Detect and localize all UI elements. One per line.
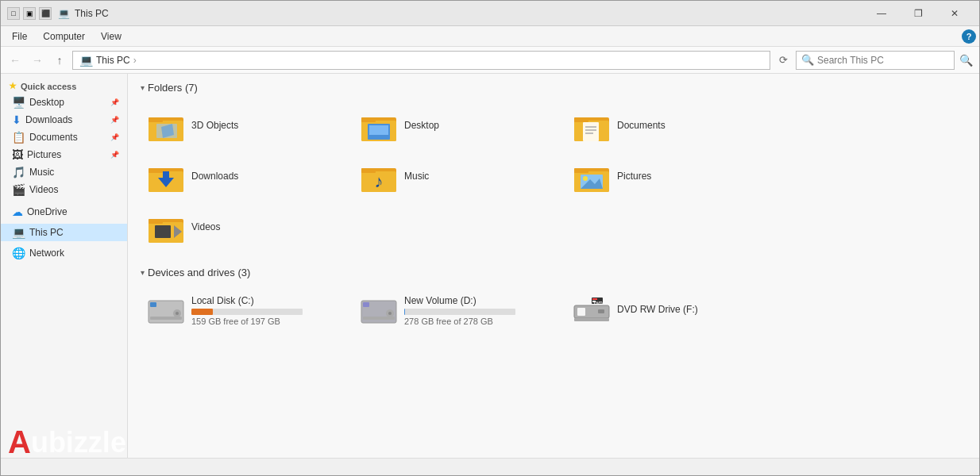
sidebar-network-label: Network <box>29 248 64 259</box>
folder-desktop-label: Desktop <box>404 120 439 131</box>
search-box[interactable]: 🔍 <box>796 51 955 70</box>
folder-item-music[interactable]: ♪ Music <box>353 152 560 200</box>
folder-pictures-label: Pictures <box>617 171 651 182</box>
folder-thumb-documents <box>573 106 611 144</box>
svg-rect-19 <box>149 168 163 173</box>
sidebar-item-downloads[interactable]: ⬇ Downloads 📌 <box>1 111 127 129</box>
maximize-button[interactable]: ❐ <box>900 1 936 26</box>
folder-thumb-music: ♪ <box>360 157 398 195</box>
folder-item-documents[interactable]: Documents <box>566 102 773 149</box>
title-bar: □ ▣ ⬛ 💻 This PC — ❐ ✕ <box>1 1 979 26</box>
drive-d-label: New Volume (D:) <box>404 295 554 306</box>
sidebar-desktop-label: Desktop <box>29 97 64 108</box>
drive-f-label: DVD RW Drive (F:) <box>617 304 766 315</box>
folder-icon-3dobjects <box>147 106 185 144</box>
sidebar-music-label: Music <box>29 167 54 178</box>
sidebar-item-network[interactable]: 🌐 Network <box>1 244 127 262</box>
drive-thumb-d <box>360 291 398 329</box>
drive-thumb-c <box>147 291 185 329</box>
folder-thumb-downloads <box>147 157 185 195</box>
sidebar-item-videos[interactable]: 🎬 Videos <box>1 181 127 198</box>
address-bar: ← → ↑ 💻 This PC › ⟳ 🔍 🔍 <box>1 47 979 74</box>
videos-icon: 🎬 <box>12 183 25 196</box>
folder-downloads-label: Downloads <box>191 171 238 182</box>
address-path[interactable]: 💻 This PC › <box>72 51 770 70</box>
drive-f-info: DVD RW Drive (F:) <box>617 304 766 317</box>
sidebar-item-desktop[interactable]: 🖥️ Desktop 📌 <box>1 94 127 111</box>
svg-rect-50 <box>577 308 585 316</box>
menu-view[interactable]: View <box>93 29 129 44</box>
sidebar-item-onedrive[interactable]: ☁ OneDrive <box>1 203 127 221</box>
folder-item-pictures[interactable]: Pictures <box>566 152 773 200</box>
folder-item-3dobjects[interactable]: 3D Objects <box>141 102 347 149</box>
dvd-icon-f: DVD <box>573 294 611 326</box>
svg-rect-41 <box>150 317 182 320</box>
folders-section-header[interactable]: ▾ Folders (7) <box>141 82 966 94</box>
folder-icon-pictures <box>573 157 611 195</box>
folders-grid: 3D Objects Desktop <box>141 102 966 251</box>
drive-item-c[interactable]: Local Disk (C:) 159 GB free of 197 GB <box>141 286 347 334</box>
search-btn-icon[interactable]: 🔍 <box>958 52 974 68</box>
svg-rect-9 <box>369 125 388 135</box>
folder-icon-desktop <box>360 106 398 144</box>
path-separator: › <box>133 55 137 66</box>
svg-text:♪: ♪ <box>375 171 384 191</box>
back-button[interactable]: ← <box>6 51 25 70</box>
search-input[interactable] <box>817 55 949 66</box>
menu-computer[interactable]: Computer <box>35 29 93 44</box>
title-icon-2: ▣ <box>23 7 36 20</box>
folder-music-label: Music <box>404 171 429 182</box>
sidebar-videos-label: Videos <box>29 184 58 195</box>
drives-section-header[interactable]: ▾ Devices and drives (3) <box>141 267 966 278</box>
downloads-icon: ⬇ <box>12 113 21 126</box>
title-controls: — ❐ ✕ <box>863 1 973 26</box>
title-text: This PC <box>75 8 109 19</box>
menu-bar: File Computer View ? <box>1 26 979 47</box>
folder-icon-documents <box>573 106 611 144</box>
title-bar-icons: □ ▣ ⬛ <box>7 7 52 20</box>
drive-c-bar-bg <box>191 309 303 315</box>
drive-item-f[interactable]: DVD DVD RW Drive (F:) <box>566 286 773 334</box>
refresh-button[interactable]: ⟳ <box>774 51 793 70</box>
svg-rect-54 <box>592 298 597 300</box>
drive-d-bar-fill <box>404 309 405 315</box>
music-icon: 🎵 <box>12 166 25 178</box>
folder-item-desktop[interactable]: Desktop <box>353 102 560 149</box>
folder-item-videos[interactable]: Videos <box>141 203 347 251</box>
star-icon: ★ <box>9 81 17 91</box>
pin-icon-3: 📌 <box>110 133 119 141</box>
sidebar-item-thispc[interactable]: 💻 This PC <box>1 224 127 241</box>
sidebar-onedrive-label: OneDrive <box>27 206 68 217</box>
search-icon: 🔍 <box>801 54 814 66</box>
svg-rect-12 <box>574 117 588 122</box>
svg-rect-44 <box>363 302 369 307</box>
drive-c-info: Local Disk (C:) 159 GB free of 197 GB <box>191 295 341 326</box>
pin-icon: 📌 <box>110 98 119 106</box>
svg-rect-51 <box>598 309 604 313</box>
sidebar-item-documents[interactable]: 📋 Documents 📌 <box>1 129 127 146</box>
path-pc-icon: 💻 <box>79 54 93 67</box>
title-bar-title: 💻 This PC <box>52 8 863 19</box>
close-button[interactable]: ✕ <box>936 1 973 26</box>
title-pc-icon: 💻 <box>58 8 70 19</box>
svg-rect-23 <box>361 168 376 173</box>
sidebar-item-music[interactable]: 🎵 Music <box>1 163 127 181</box>
explorer-window: □ ▣ ⬛ 💻 This PC — ❐ ✕ File Computer View… <box>0 0 980 476</box>
drives-grid: Local Disk (C:) 159 GB free of 197 GB <box>141 286 966 334</box>
sidebar-item-pictures[interactable]: 🖼 Pictures 📌 <box>1 146 127 163</box>
help-button[interactable]: ? <box>962 29 976 44</box>
sidebar-downloads-label: Downloads <box>25 114 72 125</box>
folder-3dobjects-label: 3D Objects <box>191 120 238 131</box>
svg-rect-13 <box>583 122 599 141</box>
minimize-button[interactable]: — <box>863 1 900 26</box>
sidebar-quick-access: ★ Quick access <box>1 79 127 94</box>
up-button[interactable]: ↑ <box>50 51 69 70</box>
folder-item-downloads[interactable]: Downloads <box>141 152 347 200</box>
drive-thumb-f: DVD <box>573 291 611 329</box>
forward-button[interactable]: → <box>28 51 47 70</box>
drives-title: Devices and drives (3) <box>148 267 250 278</box>
folder-thumb-desktop <box>360 106 398 144</box>
menu-file[interactable]: File <box>4 29 35 44</box>
onedrive-icon: ☁ <box>12 205 23 218</box>
drive-item-d[interactable]: New Volume (D:) 278 GB free of 278 GB <box>353 286 560 334</box>
